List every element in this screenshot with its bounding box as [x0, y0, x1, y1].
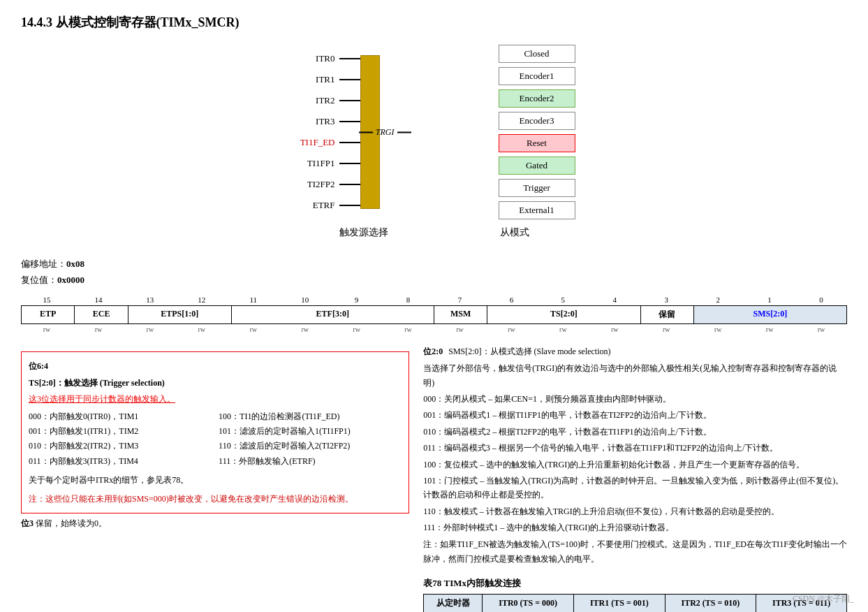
sms-entry: 101：门控模式 – 当触发输入(TRGI)为高时，计数器的时钟开启。一旦触发输…	[423, 474, 847, 502]
bit3-row: 位3 保留，始终读为0。	[21, 516, 409, 530]
table78-header: 从定时器	[424, 595, 483, 612]
offset-label: 偏移地址：	[21, 258, 66, 269]
table78-header: ITR0 (TS = 000)	[483, 595, 574, 612]
reg-info: 偏移地址：0x08 复位值：0x0000	[21, 256, 847, 289]
input-row: TI1F_ED	[293, 137, 360, 148]
bit64-pos: 位6:4	[29, 359, 402, 373]
bit64-entries: 000：内部触发0(ITR0)，TIM1100：TI1的边沿检测器(TI1F_E…	[29, 410, 402, 468]
sms-entry: 110：触发模式 – 计数器在触发输入TRGI的上升沿启动(但不复位)，只有计数…	[423, 504, 847, 518]
input-line	[339, 121, 360, 122]
diagram-labels: 触发源选择 从模式	[339, 226, 529, 239]
sms-entry: 100：复位模式 – 选中的触发输入(TRGI)的上升沿重新初始化计数器，并且产…	[423, 458, 847, 472]
input-row: TI2FP2	[293, 179, 360, 190]
rw-row: rwrwrwrwrwrwrwrwrwrwrwrwrwrwrwrw	[21, 326, 847, 333]
reg-field: MSM	[434, 306, 487, 323]
table78-header: ITR2 (TS = 010)	[665, 595, 756, 612]
reg-field: TS[2:0]	[487, 306, 640, 323]
reg-table: 1514131211109876543210ETPECEETPS[1:0]ETF…	[21, 296, 847, 333]
reset-value: 0x0000	[57, 275, 84, 285]
sms-entry: 111：外部时钟模式1 – 选中的触发输入(TRGI)的上升沿驱动计数器。	[423, 520, 847, 534]
mux-box: TRGI	[360, 55, 380, 209]
reg-field: ETPS[1:0]	[128, 306, 232, 323]
output-box: Encoder1	[499, 67, 575, 85]
lower-section: 位6:4 TS[2:0]：触发选择 (Trigger selection) 这3…	[21, 344, 847, 612]
bit64-entry-left: 010：内部触发2(ITR2)，TIM3	[29, 439, 212, 453]
output-box: Closed	[499, 45, 575, 63]
table78-header: ITR1 (TS = 001)	[574, 595, 665, 612]
label-slave-mode: 从模式	[500, 226, 529, 239]
sms-title: SMS[2:0]：从模式选择 (Slave mode selection)	[448, 344, 610, 358]
reg-field: 保留	[641, 306, 694, 323]
input-label: ITR0	[293, 53, 335, 64]
input-label: TI1FP1	[293, 158, 335, 169]
input-label: ITR3	[293, 116, 335, 127]
watermark: CSDN @木子阳_	[793, 593, 854, 605]
output-box: Reset	[499, 134, 575, 152]
offset-value: 0x08	[66, 258, 84, 269]
diagram-inputs: ITR0ITR1ITR2ITR3TI1F_EDTI1FP1TI2FP2ETRF	[293, 53, 360, 211]
input-label: ITR1	[293, 74, 335, 85]
reg-field: ETP	[22, 306, 75, 323]
reset-label: 复位值：	[21, 275, 57, 285]
table78-title: 表78 TIMx内部触发连接	[423, 577, 847, 590]
left-col: 位6:4 TS[2:0]：触发选择 (Trigger selection) 这3…	[21, 344, 409, 612]
input-row: TI1FP1	[293, 158, 360, 169]
table78: 从定时器ITR0 (TS = 000)ITR1 (TS = 001)ITR2 (…	[423, 594, 847, 612]
bit64-entry-left: 000：内部触发0(ITR0)，TIM1	[29, 410, 212, 423]
bit64-entry-left: 001：内部触发1(ITR1)，TIM2	[29, 425, 212, 438]
bit64-note1: 关于每个定时器中ITRx的细节，参见表78。	[29, 474, 402, 487]
input-row: ITR3	[293, 116, 360, 127]
diagram-outputs: ClosedEncoder1Encoder2Encoder3ResetGated…	[499, 45, 575, 219]
input-label: ETRF	[293, 200, 335, 211]
trgi-label: TRGI	[376, 127, 395, 138]
table78-section: 表78 TIMx内部触发连接 从定时器ITR0 (TS = 000)ITR1 (…	[423, 577, 847, 612]
bit64-entry-right: 110：滤波后的定时器输入2(TI2FP2)	[219, 439, 402, 453]
bit3-pos: 位3	[21, 518, 34, 528]
output-box: Encoder2	[499, 89, 575, 108]
sms-entry: 000：关闭从模式 – 如果CEN=1，则预分频器直接由内部时钟驱动。	[423, 392, 847, 406]
sms-entry: 011：编码器模式3 – 根据另一个信号的输入电平，计数器在TI1FP1和TI2…	[423, 441, 847, 455]
output-box: Trigger	[499, 179, 575, 197]
input-line	[339, 163, 360, 164]
bit64-entry-left: 011：内部触发3(ITR3)，TIM4	[29, 455, 212, 468]
page-title: 14.4.3 从模式控制寄存器(TIMx_SMCR)	[21, 14, 847, 31]
bit64-subtitle: 这3位选择用于同步计数器的触发输入。	[29, 392, 402, 406]
bit64-entry-right: 111：外部触发输入(ETRF)	[219, 455, 402, 468]
input-line	[339, 184, 360, 185]
bit64-note2: 注：这些位只能在未用到(如SMS=000)时被改变，以避免在改变时产生错误的边沿…	[29, 493, 402, 506]
output-box: Gated	[499, 156, 575, 175]
sms-entries: 000：关闭从模式 – 如果CEN=1，则预分频器直接由内部时钟驱动。001：编…	[423, 392, 847, 535]
sms-entry: 001：编码器模式1 – 根据TI1FP1的电平，计数器在TI2FP2的边沿向上…	[423, 408, 847, 422]
input-line	[339, 58, 360, 59]
input-line	[339, 100, 360, 101]
bit64-box: 位6:4 TS[2:0]：触发选择 (Trigger selection) 这3…	[21, 351, 409, 513]
reg-field: ETF[3:0]	[232, 306, 435, 323]
input-line	[339, 79, 360, 80]
sms-desc: 位2:0 SMS[2:0]：从模式选择 (Slave mode selectio…	[423, 344, 847, 566]
input-label: TI1F_ED	[293, 137, 335, 148]
bit-number-row: 1514131211109876543210	[21, 296, 847, 304]
output-box: Encoder3	[499, 112, 575, 130]
input-row: ITR1	[293, 74, 360, 85]
bit64-field: TS[2:0]：触发选择 (Trigger selection)	[29, 376, 402, 390]
reg-field: SMS[2:0]	[694, 306, 846, 323]
input-row: ITR2	[293, 95, 360, 106]
input-label: ITR2	[293, 95, 335, 106]
input-line	[339, 142, 360, 143]
sms-entry: 010：编码器模式2 – 根据TI2FP2的电平，计数器在TI1FP1的边沿向上…	[423, 425, 847, 439]
sms-intro: 当选择了外部信号，触发信号(TRGI)的有效边沿与选中的外部输入极性相关(见输入…	[423, 361, 847, 390]
bit3-desc: 保留，始终读为0。	[36, 518, 107, 528]
input-row: ITR0	[293, 53, 360, 64]
input-row: ETRF	[293, 200, 360, 211]
sms-note: 注：如果TI1F_EN被选为触发输入(TS=100)时，不要使用门控模式。这是因…	[423, 537, 847, 566]
sms-pos: 位2:0	[423, 344, 443, 358]
reg-fields-row: ETPECEETPS[1:0]ETF[3:0]MSMTS[2:0]保留SMS[2…	[21, 305, 847, 324]
label-trigger-source: 触发源选择	[339, 226, 388, 239]
input-line	[339, 205, 360, 206]
diagram-container: ITR0ITR1ITR2ITR3TI1F_EDTI1FP1TI2FP2ETRF …	[21, 45, 847, 239]
bit64-entry-right: 101：滤波后的定时器输入1(TI1FP1)	[219, 425, 402, 438]
right-col: 位2:0 SMS[2:0]：从模式选择 (Slave mode selectio…	[423, 344, 847, 612]
bit64-entry-right: 100：TI1的边沿检测器(TI1F_ED)	[219, 410, 402, 423]
reg-field: ECE	[75, 306, 128, 323]
output-box: External1	[499, 201, 575, 219]
